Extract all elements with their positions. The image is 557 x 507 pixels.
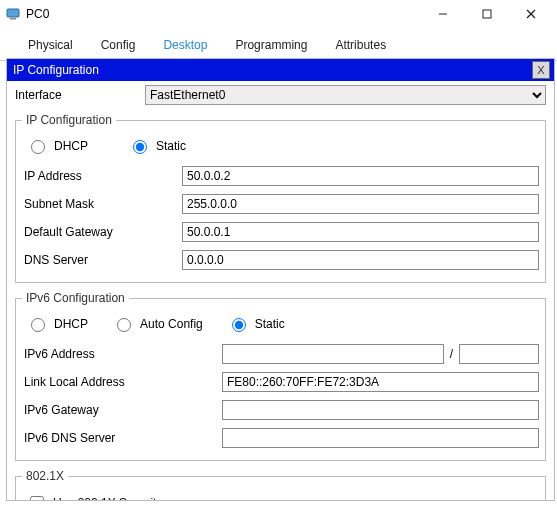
content-scroll[interactable]: IP Configuration X Interface FastEtherne… — [6, 58, 555, 501]
subnet-mask-input[interactable] — [182, 194, 539, 214]
ip-configuration-group: IP Configuration DHCP Static IP Address … — [15, 113, 546, 283]
ipv6-static-radio[interactable]: Static — [227, 315, 285, 332]
window-title: PC0 — [26, 7, 421, 21]
dns-server-input[interactable] — [182, 250, 539, 270]
close-button[interactable] — [509, 0, 553, 28]
panel-title: IP Configuration — [13, 63, 99, 77]
ipv6-auto-radio[interactable]: Auto Config — [112, 315, 203, 332]
link-local-label: Link Local Address — [22, 375, 222, 389]
tab-physical[interactable]: Physical — [14, 32, 87, 60]
svg-rect-0 — [7, 9, 19, 17]
ipv6-prefix-input[interactable] — [459, 344, 539, 364]
default-gateway-input[interactable] — [182, 222, 539, 242]
ipv6-gateway-label: IPv6 Gateway — [22, 403, 222, 417]
ip-address-input[interactable] — [182, 166, 539, 186]
ip-dhcp-radio[interactable]: DHCP — [26, 137, 88, 154]
ip-configuration-legend: IP Configuration — [22, 113, 116, 127]
app-icon — [6, 7, 20, 21]
use-8021x-checkbox[interactable]: Use 802.1X Security — [22, 487, 539, 501]
tab-attributes[interactable]: Attributes — [321, 32, 400, 60]
subnet-mask-label: Subnet Mask — [22, 197, 182, 211]
tab-programming[interactable]: Programming — [221, 32, 321, 60]
ipv6-configuration-legend: IPv6 Configuration — [22, 291, 129, 305]
dot1x-legend: 802.1X — [22, 469, 68, 483]
ipv6-address-input[interactable] — [222, 344, 444, 364]
interface-label: Interface — [15, 88, 145, 102]
ipv6-configuration-group: IPv6 Configuration DHCP Auto Config Stat… — [15, 291, 546, 461]
link-local-input[interactable] — [222, 372, 539, 392]
svg-rect-1 — [10, 18, 16, 20]
svg-rect-3 — [483, 10, 491, 18]
default-gateway-label: Default Gateway — [22, 225, 182, 239]
ipv6-dhcp-radio[interactable]: DHCP — [26, 315, 88, 332]
tab-config[interactable]: Config — [87, 32, 150, 60]
ip-address-label: IP Address — [22, 169, 182, 183]
ipv6-dns-input[interactable] — [222, 428, 539, 448]
tab-desktop[interactable]: Desktop — [149, 32, 221, 60]
dot1x-group: 802.1X Use 802.1X Security — [15, 469, 546, 501]
maximize-button[interactable] — [465, 0, 509, 28]
dns-server-label: DNS Server — [22, 253, 182, 267]
minimize-button[interactable] — [421, 0, 465, 28]
panel-close-button[interactable]: X — [532, 61, 550, 79]
ipv6-gateway-input[interactable] — [222, 400, 539, 420]
interface-select[interactable]: FastEthernet0 — [145, 85, 546, 105]
ipv6-dns-label: IPv6 DNS Server — [22, 431, 222, 445]
ip-static-radio[interactable]: Static — [128, 137, 186, 154]
ipv6-prefix-separator: / — [444, 347, 459, 361]
ipv6-address-label: IPv6 Address — [22, 347, 222, 361]
